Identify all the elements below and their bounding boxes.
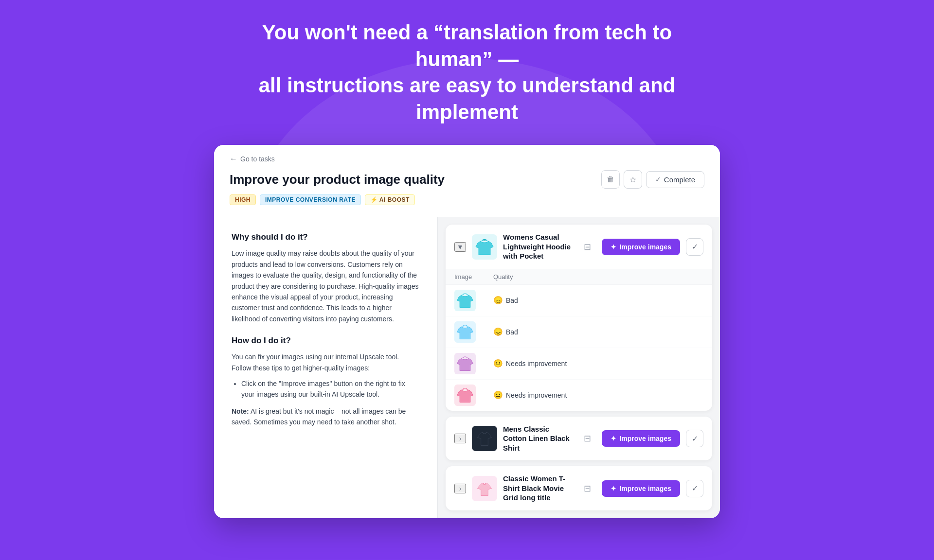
left-panel: Why should I do it? Low image quality ma… — [214, 217, 438, 518]
improve-label-1: Improve images — [619, 243, 671, 251]
mini-thumb-3 — [454, 353, 476, 374]
task-title: Improve your product image quality — [230, 172, 445, 187]
docs-icon-2: ⊟ — [584, 433, 591, 444]
product-1-docs-button[interactable]: ⊟ — [578, 238, 596, 256]
needs-improvement-icon-1: 😐 — [493, 359, 503, 368]
shirt-dark-image — [475, 429, 494, 448]
task-title-row: Improve your product image quality 🗑 ☆ ✓… — [230, 170, 704, 189]
check-icon-3: ✓ — [692, 484, 698, 493]
needs-improvement-icon-2: 😐 — [493, 390, 503, 400]
product-3-improve-button[interactable]: ✦ Improve images — [602, 480, 680, 497]
product-2-improve-button[interactable]: ✦ Improve images — [602, 430, 680, 447]
product-3-docs-button[interactable]: ⊟ — [578, 480, 596, 497]
improve-label-3: Improve images — [619, 485, 671, 492]
complete-check-icon: ✓ — [655, 175, 661, 183]
bad-icon-1: 😞 — [493, 296, 503, 305]
product-3-thumbnail — [472, 476, 497, 501]
product-1-name: Womens Casual Lightweight Hoodie with Po… — [503, 232, 573, 261]
docs-icon-3: ⊟ — [584, 483, 591, 494]
quality-badge-2: 😞 Bad — [493, 327, 703, 336]
product-2-header: › Mens Classic Cotton Linen Black Shirt … — [446, 417, 712, 461]
product-1-improve-button[interactable]: ✦ Improve images — [602, 239, 680, 255]
mini-hoodie-1 — [455, 291, 475, 310]
expand-product-3-button[interactable]: › — [454, 484, 466, 493]
task-header: ← Go to tasks Improve your product image… — [214, 145, 720, 217]
mini-hoodie-2 — [455, 322, 475, 342]
how-bullet-1: Click on the "Improve images" button on … — [241, 378, 420, 400]
product-card-3: › Classic Women T-Shirt Black Movie Grid… — [446, 466, 712, 510]
wand-icon-2: ✦ — [611, 435, 616, 442]
star-icon: ☆ — [629, 175, 636, 184]
tag-conversion: IMPROVE CONVERSION RATE — [260, 194, 361, 205]
task-actions: 🗑 ☆ ✓ Complete — [601, 170, 704, 189]
improve-label-2: Improve images — [619, 435, 671, 442]
docs-icon: ⊟ — [584, 242, 591, 252]
product-2-name: Mens Classic Cotton Linen Black Shirt — [503, 424, 573, 453]
tag-ai: ⚡ AI BOOST — [365, 194, 415, 205]
quality-badge-4: 😐 Needs improvement — [493, 390, 703, 400]
image-row-3: 😐 Needs improvement — [446, 348, 712, 380]
mini-thumb-4 — [454, 385, 476, 406]
content-area: Why should I do it? Low image quality ma… — [214, 217, 720, 518]
mini-hoodie-4 — [455, 385, 475, 405]
quality-badge-1: 😞 Bad — [493, 296, 703, 305]
product-1-thumbnail — [472, 234, 497, 260]
mini-thumb-2 — [454, 321, 476, 343]
go-back-link[interactable]: ← Go to tasks — [230, 155, 704, 163]
product-2-check-button[interactable]: ✓ — [686, 430, 703, 447]
complete-button[interactable]: ✓ Complete — [646, 171, 704, 188]
quality-label-1: Bad — [506, 297, 518, 304]
chevron-down-icon: ▼ — [457, 243, 464, 251]
image-row-2: 😞 Bad — [446, 316, 712, 348]
expand-product-2-button[interactable]: › — [454, 434, 466, 443]
trash-icon: 🗑 — [607, 175, 614, 184]
image-row-1: 😞 Bad — [446, 285, 712, 316]
product-2-docs-button[interactable]: ⊟ — [578, 430, 596, 447]
product-card-2: › Mens Classic Cotton Linen Black Shirt … — [446, 417, 712, 461]
headline-line2: all instructions are easy to understand … — [259, 74, 676, 123]
wand-icon-1: ✦ — [611, 243, 616, 251]
complete-label: Complete — [664, 175, 695, 184]
back-arrow-icon: ← — [230, 155, 237, 163]
page-headline: You won't need a “translation from tech … — [248, 19, 686, 125]
chevron-right-icon-3: › — [459, 485, 462, 492]
check-icon-1: ✓ — [692, 242, 698, 251]
wand-icon-3: ✦ — [611, 485, 616, 492]
product-1-image-table: Image Quality 😞 Bad — [446, 269, 712, 411]
star-button[interactable]: ☆ — [624, 170, 642, 189]
product-3-name: Classic Women T-Shirt Black Movie Grid l… — [503, 474, 573, 503]
tags-row: HIGH IMPROVE CONVERSION RATE ⚡ AI BOOST — [230, 194, 704, 205]
note-text-content: AI is great but it's not magic – not all… — [232, 407, 406, 426]
product-1-check-button[interactable]: ✓ — [686, 238, 703, 256]
expand-product-1-button[interactable]: ▼ — [454, 242, 466, 252]
product-1-header: ▼ Womens Casual Lightweight Hoodie with … — [446, 225, 712, 269]
image-table-header: Image Quality — [446, 269, 712, 285]
quality-label-3: Needs improvement — [506, 360, 567, 368]
hoodie-teal-image — [474, 236, 495, 258]
product-3-header: › Classic Women T-Shirt Black Movie Grid… — [446, 466, 712, 510]
tshirt-pink-image — [475, 479, 494, 498]
why-text: Low image quality may raise doubts about… — [232, 248, 420, 324]
product-3-check-button[interactable]: ✓ — [686, 480, 703, 497]
headline-line1: You won't need a “translation from tech … — [262, 21, 672, 70]
quality-label-2: Bad — [506, 328, 518, 336]
why-title: Why should I do it? — [232, 232, 420, 242]
go-back-label: Go to tasks — [240, 155, 275, 163]
main-card: ← Go to tasks Improve your product image… — [214, 145, 720, 518]
how-intro: You can fix your images using our intern… — [232, 351, 420, 373]
mini-hoodie-3 — [455, 354, 475, 373]
quality-col-header: Quality — [493, 273, 703, 280]
chevron-right-icon-2: › — [459, 435, 462, 442]
svg-point-0 — [483, 239, 486, 241]
product-2-thumbnail — [472, 426, 497, 451]
how-note: Note: AI is great but it's not magic – n… — [232, 406, 420, 428]
quality-label-4: Needs improvement — [506, 391, 567, 399]
right-panel: ▼ Womens Casual Lightweight Hoodie with … — [438, 217, 720, 518]
bad-icon-2: 😞 — [493, 327, 503, 336]
delete-button[interactable]: 🗑 — [601, 170, 620, 189]
how-title: How do I do it? — [232, 336, 420, 346]
product-card-1: ▼ Womens Casual Lightweight Hoodie with … — [446, 225, 712, 411]
image-col-header: Image — [454, 273, 493, 280]
image-row-4: 😐 Needs improvement — [446, 380, 712, 411]
check-icon-2: ✓ — [692, 434, 698, 443]
